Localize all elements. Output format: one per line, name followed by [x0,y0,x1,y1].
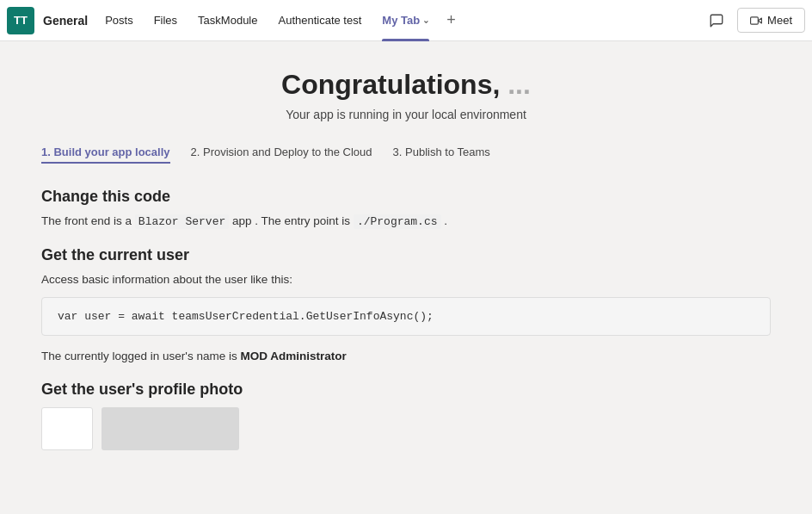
logged-in-text: The currently logged in user's name is M… [41,348,771,365]
inline-code-program: ./Program.cs [354,214,441,229]
subtitle-text: Your app is running in your local enviro… [41,108,771,121]
main-content: Congratulations, ... Your app is running… [0,41,812,514]
steps-navigation: 1. Build your app locally 2. Provision a… [41,146,771,164]
congrats-title: Congratulations, ... [281,69,531,100]
topbar-right: Meet [703,7,805,34]
meet-button[interactable]: Meet [737,8,805,33]
profile-photo-heading: Get the user's profile photo [41,381,771,399]
step-2[interactable]: 2. Provision and Deploy to the Cloud [191,146,372,164]
tab-authenticate-test[interactable]: Authenticate test [268,0,372,41]
inline-code-blazor: Blazor Server [135,214,229,229]
photo-placeholder-white [41,407,93,450]
tab-files[interactable]: Files [144,0,188,41]
current-user-heading: Get the current user [41,246,771,264]
step-3[interactable]: 3. Publish to Teams [393,146,490,164]
current-user-desc: Access basic information about the user … [41,271,771,288]
tab-taskmodule[interactable]: TaskModule [188,0,268,41]
photo-placeholder-gray [102,407,239,450]
tab-my-tab[interactable]: My Tab ⌄ [372,0,440,41]
current-user-section: Get the current user Access basic inform… [41,246,771,366]
add-tab-button[interactable]: + [440,0,463,41]
tab-my-tab-dropdown: My Tab ⌄ [382,14,429,27]
avatar: TT [7,7,34,34]
logged-in-name: MOD Administrator [240,350,346,362]
profile-photo-section: Get the user's profile photo [41,381,771,450]
channel-name: General [43,14,88,28]
change-code-text: The front end is a Blazor Server app . T… [41,213,771,231]
change-code-heading: Change this code [41,188,771,206]
svg-rect-1 [751,16,759,23]
step-1[interactable]: 1. Build your app locally [41,146,170,164]
tab-posts[interactable]: Posts [95,0,144,41]
code-block: var user = await teamsUserCredential.Get… [41,297,771,336]
video-icon [750,15,762,27]
nav-tabs: Posts Files TaskModule Authenticate test… [95,0,463,40]
chat-icon-button[interactable] [703,7,730,34]
svg-marker-0 [758,18,761,23]
top-navigation-bar: TT General Posts Files TaskModule Authen… [0,0,812,41]
change-code-section: Change this code The front end is a Blaz… [41,188,771,231]
chevron-down-icon: ⌄ [422,15,429,25]
profile-photo-area [41,407,771,450]
